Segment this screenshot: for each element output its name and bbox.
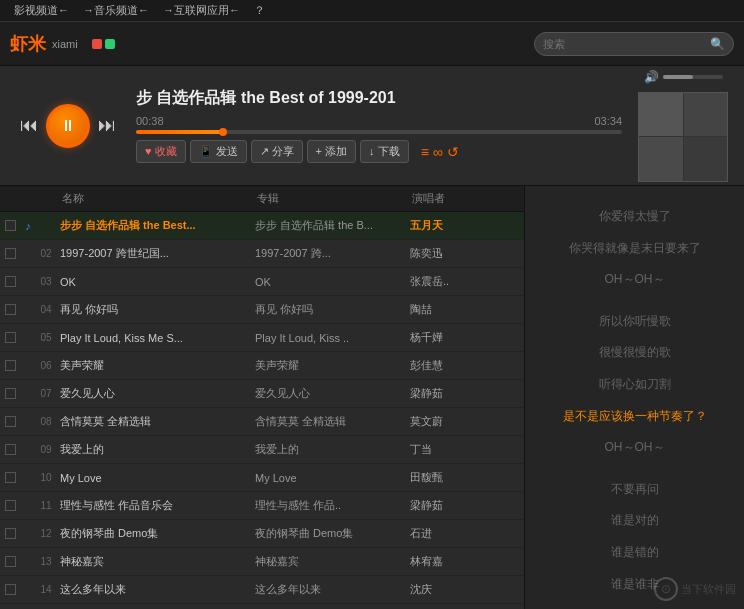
row-album: 我爱上的 bbox=[251, 442, 406, 457]
table-row[interactable]: 03 OK OK 张震岳.. ☑ ✕ bbox=[0, 268, 524, 296]
th-playing bbox=[20, 197, 36, 201]
table-row[interactable]: 13 神秘嘉宾 神秘嘉宾 林宥嘉 ☑ ✕ bbox=[0, 548, 524, 576]
eq-btn-1[interactable]: ≡ bbox=[421, 144, 429, 160]
row-album: 再见 你好吗 bbox=[251, 302, 406, 317]
table-row[interactable]: 02 1997-2007 跨世纪国... 1997-2007 跨... 陈奕迅 … bbox=[0, 240, 524, 268]
volume-bar[interactable] bbox=[663, 75, 723, 79]
row-checkbox[interactable] bbox=[0, 556, 20, 567]
lyric-line: 是不是应该换一种节奏了？ bbox=[563, 406, 707, 428]
row-checkbox[interactable] bbox=[0, 584, 20, 595]
volume-icon: 🔊 bbox=[644, 70, 659, 84]
player-controls: ⏮ ⏸ ⏭ bbox=[16, 104, 120, 148]
table-row[interactable]: ♪ 步步 自选作品辑 the Best... 步步 自选作品辑 the B...… bbox=[0, 212, 524, 240]
row-name: 美声荣耀 bbox=[56, 358, 251, 373]
row-name: 步步 自选作品辑 the Best... bbox=[56, 218, 251, 233]
row-checkbox[interactable] bbox=[0, 248, 20, 259]
table-row[interactable]: 15 想念你 想念你 李健 ☑ ✕ bbox=[0, 604, 524, 609]
dot-red bbox=[92, 39, 102, 49]
lyric-line: OH～OH～ bbox=[605, 437, 665, 459]
menu-item-internet[interactable]: →互联网应用← bbox=[157, 3, 246, 18]
row-album: Play It Loud, Kiss .. bbox=[251, 332, 406, 344]
menu-item-help[interactable]: ？ bbox=[248, 3, 271, 18]
row-album: 理性与感性 作品.. bbox=[251, 498, 406, 513]
row-ops: ☑ ✕ bbox=[506, 528, 524, 539]
header-bar: 虾米 xiami 🔍 bbox=[0, 22, 744, 66]
fav-button[interactable]: ♥ 收藏 bbox=[136, 140, 186, 163]
progress-bar[interactable] bbox=[136, 130, 622, 134]
row-checkbox[interactable] bbox=[0, 220, 20, 231]
row-name: 神秘嘉宾 bbox=[56, 554, 251, 569]
row-checkbox[interactable] bbox=[0, 304, 20, 315]
row-checkbox[interactable] bbox=[0, 444, 20, 455]
row-checkbox[interactable] bbox=[0, 332, 20, 343]
th-ops: 操作 bbox=[506, 189, 524, 208]
color-dots bbox=[92, 39, 115, 49]
table-row[interactable]: 12 夜的钢琴曲 Demo集 夜的钢琴曲 Demo集 石进 ☑ ✕ bbox=[0, 520, 524, 548]
watermark-text: 当下软件园 bbox=[681, 582, 736, 597]
eq-btn-2[interactable]: ∞ bbox=[433, 144, 443, 160]
row-checkbox[interactable] bbox=[0, 360, 20, 371]
lyric-line: 听得心如刀割 bbox=[599, 374, 671, 396]
download-button[interactable]: ↓ 下载 bbox=[360, 140, 409, 163]
search-input[interactable] bbox=[543, 38, 704, 50]
play-pause-button[interactable]: ⏸ bbox=[46, 104, 90, 148]
send-icon: 📱 bbox=[199, 145, 213, 158]
row-playing-indicator: ♪ bbox=[20, 220, 36, 232]
row-name: 含情莫莫 全精选辑 bbox=[56, 414, 251, 429]
table-row[interactable]: 09 我爱上的 我爱上的 丁当 ☑ ✕ bbox=[0, 436, 524, 464]
row-checkbox[interactable] bbox=[0, 388, 20, 399]
th-album: 专辑 bbox=[251, 189, 406, 208]
add-button[interactable]: + 添加 bbox=[307, 140, 356, 163]
table-row[interactable]: 04 再见 你好吗 再见 你好吗 陶喆 ☑ ✕ bbox=[0, 296, 524, 324]
row-checkbox[interactable] bbox=[0, 500, 20, 511]
menu-bar: 影视频道← →音乐频道← →互联网应用← ？ bbox=[0, 0, 744, 22]
row-album: 步步 自选作品辑 the B... bbox=[251, 218, 406, 233]
row-checkbox[interactable] bbox=[0, 472, 20, 483]
row-checkbox[interactable] bbox=[0, 276, 20, 287]
th-num bbox=[36, 197, 56, 201]
menu-item-music[interactable]: →音乐频道← bbox=[77, 3, 155, 18]
table-row[interactable]: 08 含情莫莫 全精选辑 含情莫莫 全精选辑 莫文蔚 ☑ ✕ bbox=[0, 408, 524, 436]
progress-area[interactable]: 00:38 03:34 bbox=[136, 115, 622, 134]
progress-times: 00:38 03:34 bbox=[136, 115, 622, 127]
eq-buttons: ≡ ∞ ↺ bbox=[421, 144, 459, 160]
progress-fill bbox=[136, 130, 223, 134]
search-box[interactable]: 🔍 bbox=[534, 32, 734, 56]
row-ops: ☑ ✕ bbox=[506, 500, 524, 511]
table-row[interactable]: 06 美声荣耀 美声荣耀 彭佳慧 ☑ ✕ bbox=[0, 352, 524, 380]
row-artist: 沈庆 bbox=[406, 582, 506, 597]
send-button[interactable]: 📱 发送 bbox=[190, 140, 247, 163]
row-num: 07 bbox=[36, 388, 56, 399]
row-ops: ☑ ✕ bbox=[506, 388, 524, 399]
row-album: 含情莫莫 全精选辑 bbox=[251, 414, 406, 429]
row-ops: ☑ ✕ bbox=[506, 360, 524, 371]
table-row[interactable]: 14 这么多年以来 这么多年以来 沈庆 ☑ ✕ bbox=[0, 576, 524, 604]
table-row[interactable]: 10 My Love My Love 田馥甄 ☑ ✕ bbox=[0, 464, 524, 492]
row-album: 爱久见人心 bbox=[251, 386, 406, 401]
table-row[interactable]: 05 Play It Loud, Kiss Me S... Play It Lo… bbox=[0, 324, 524, 352]
table-row[interactable]: 11 理性与感性 作品音乐会 理性与感性 作品.. 梁静茹 ☑ ✕ bbox=[0, 492, 524, 520]
volume-section: 🔊 bbox=[644, 70, 723, 84]
row-checkbox[interactable] bbox=[0, 416, 20, 427]
watermark-circle: ⊙ bbox=[654, 577, 678, 601]
row-artist: 梁静茹 bbox=[406, 498, 506, 513]
row-artist: 杨千嬅 bbox=[406, 330, 506, 345]
row-num: 10 bbox=[36, 472, 56, 483]
next-button[interactable]: ⏭ bbox=[94, 111, 120, 140]
row-num: 14 bbox=[36, 584, 56, 595]
lyric-line: 谁又再次进了 bbox=[599, 605, 671, 609]
eq-btn-3[interactable]: ↺ bbox=[447, 144, 459, 160]
table-row[interactable]: 07 爱久见人心 爱久见人心 梁静茹 ☑ ✕ bbox=[0, 380, 524, 408]
prev-button[interactable]: ⏮ bbox=[16, 111, 42, 140]
row-artist: 林宥嘉 bbox=[406, 554, 506, 569]
menu-item-music-label: →音乐频道← bbox=[83, 3, 149, 18]
menu-item-video[interactable]: 影视频道← bbox=[8, 3, 75, 18]
row-album: My Love bbox=[251, 472, 406, 484]
row-artist: 张震岳.. bbox=[406, 274, 506, 289]
row-artist: 石进 bbox=[406, 526, 506, 541]
search-icon: 🔍 bbox=[710, 37, 725, 51]
share-button[interactable]: ↗ 分享 bbox=[251, 140, 303, 163]
row-checkbox[interactable] bbox=[0, 528, 20, 539]
row-artist: 陶喆 bbox=[406, 302, 506, 317]
th-artist: 演唱者 bbox=[406, 189, 506, 208]
